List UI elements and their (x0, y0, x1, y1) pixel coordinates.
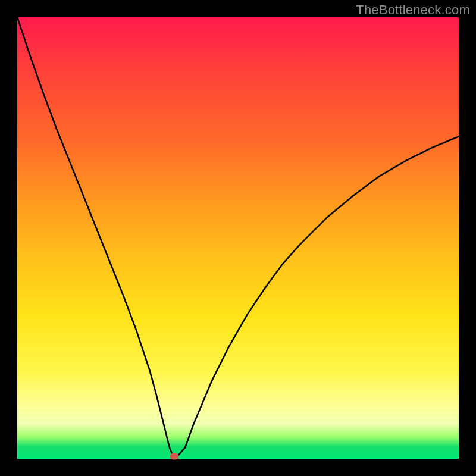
chart-frame: TheBottleneck.com (0, 0, 476, 476)
bottleneck-curve (17, 17, 459, 459)
watermark-text: TheBottleneck.com (356, 2, 470, 18)
optimal-point-marker (170, 453, 178, 459)
